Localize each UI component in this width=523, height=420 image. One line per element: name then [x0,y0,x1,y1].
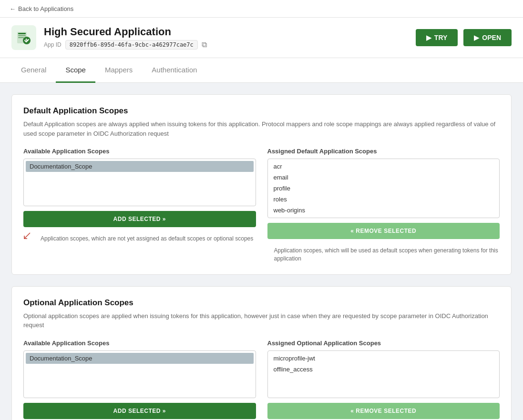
optional-remove-button[interactable]: « REMOVE SELECTED [267,403,500,419]
app-info: High Secured Application App ID 8920ffb6… [44,26,207,50]
default-assigned-list[interactable]: acr email profile roles web-origins [267,159,500,218]
list-item[interactable]: email [270,172,498,183]
arrow-icon [23,232,32,240]
back-link-text: Back to Applications [18,5,73,12]
default-scopes-section: Default Application Scopes Default Appli… [11,94,512,275]
tabs: General Scope Mappers Authentication [0,58,523,83]
default-scopes-grid: Available Application Scopes Documentati… [23,148,500,263]
open-button-label: OPEN [482,34,501,41]
tab-general[interactable]: General [11,58,56,83]
optional-scopes-grid: Available Application Scopes Documentati… [23,340,500,420]
copy-icon[interactable]: ⧉ [202,40,207,49]
optional-available-label: Available Application Scopes [23,340,256,347]
optional-available-column: Available Application Scopes Documentati… [23,340,256,420]
main-content: Default Application Scopes Default Appli… [0,83,523,420]
header-actions: ▶ TRY ▶ OPEN [416,29,512,46]
try-button-label: TRY [434,34,447,41]
optional-assigned-label: Assigned Optional Application Scopes [267,340,500,347]
list-item[interactable]: roles [270,194,498,205]
default-available-note: Application scopes, which are not yet as… [34,235,253,243]
list-item[interactable]: profile [270,183,498,194]
app-header-left: High Secured Application App ID 8920ffb6… [11,25,207,50]
svg-rect-3 [18,37,24,38]
app-title: High Secured Application [44,26,207,38]
optional-scopes-title: Optional Application Scopes [23,298,500,308]
svg-rect-1 [18,33,26,34]
app-id-value: 8920ffb6-895d-46fa-9cbc-a462977cae7c [65,40,198,50]
optional-available-list[interactable]: Documentation_Scope [23,350,256,398]
optional-scopes-desc: Optional application scopes are applied … [23,311,500,330]
app-icon [11,25,36,50]
tab-mappers[interactable]: Mappers [95,58,142,83]
default-scopes-desc: Default Application scopes are always ap… [23,120,500,138]
optional-add-button[interactable]: ADD SELECTED » [23,403,256,419]
app-header: High Secured Application App ID 8920ffb6… [0,18,523,58]
default-remove-button[interactable]: « REMOVE SELECTED [267,223,500,239]
tab-scope[interactable]: Scope [56,58,95,83]
default-available-label: Available Application Scopes [23,148,256,155]
default-add-button[interactable]: ADD SELECTED » [23,211,256,227]
try-button[interactable]: ▶ TRY [416,29,458,46]
default-available-column: Available Application Scopes Documentati… [23,148,256,263]
list-item[interactable]: Documentation_Scope [26,161,254,172]
default-assigned-label: Assigned Default Application Scopes [267,148,500,155]
default-available-note-container: Application scopes, which are not yet as… [23,231,256,243]
open-button[interactable]: ▶ OPEN [463,29,512,46]
list-item[interactable]: microprofile-jwt [270,353,498,364]
optional-scopes-section: Optional Application Scopes Optional app… [11,286,512,420]
list-item[interactable]: offline_access [270,364,498,375]
list-item[interactable]: Documentation_Scope [26,353,254,364]
back-link[interactable]: ← Back to Applications [10,5,73,12]
svg-line-5 [24,233,30,239]
back-arrow-icon: ← [10,5,16,12]
open-play-icon: ▶ [474,34,479,41]
default-assigned-note-container: Application scopes, which will be used a… [267,243,500,263]
app-icon-svg [16,30,31,45]
default-scopes-title: Default Application Scopes [23,106,500,116]
default-available-list[interactable]: Documentation_Scope [23,159,256,206]
play-icon: ▶ [426,34,431,41]
optional-assigned-list[interactable]: microprofile-jwt offline_access [267,350,500,398]
app-id-label: App ID [44,41,62,48]
top-bar: ← Back to Applications [0,0,523,18]
svg-rect-2 [18,35,26,36]
default-assigned-column: Assigned Default Application Scopes acr … [267,148,500,263]
optional-assigned-column: Assigned Optional Application Scopes mic… [267,340,500,420]
tab-authentication[interactable]: Authentication [142,58,206,83]
list-item[interactable]: web-origins [270,205,498,216]
list-item[interactable]: acr [270,161,498,172]
default-assigned-note: Application scopes, which will be used a… [267,247,500,263]
app-id-row: App ID 8920ffb6-895d-46fa-9cbc-a462977ca… [44,40,207,50]
